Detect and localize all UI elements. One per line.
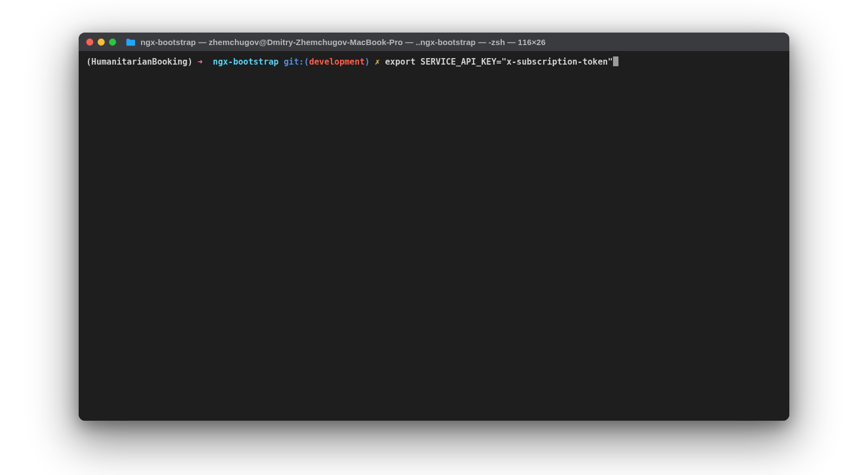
prompt-env-open: ( xyxy=(86,57,91,67)
prompt-paren-open: ( xyxy=(304,57,309,67)
minimize-icon[interactable] xyxy=(98,39,105,46)
prompt-env-name: HumanitarianBooking xyxy=(91,57,187,67)
window-title: ngx-bootstrap — zhemchugov@Dmitry-Zhemch… xyxy=(141,37,546,47)
terminal-body[interactable]: (HumanitarianBooking) ➜ ngx-bootstrap gi… xyxy=(79,51,789,421)
folder-icon xyxy=(126,38,136,46)
traffic-lights xyxy=(86,39,116,46)
prompt-arrow-icon: ➜ xyxy=(197,57,202,67)
prompt-env-close: ) xyxy=(188,57,193,67)
titlebar[interactable]: ngx-bootstrap — zhemchugov@Dmitry-Zhemch… xyxy=(79,33,789,51)
prompt-branch: development xyxy=(309,57,365,67)
command-text: export SERVICE_API_KEY="x-subscription-t… xyxy=(385,57,613,67)
cursor-icon xyxy=(613,56,618,66)
close-icon[interactable] xyxy=(86,39,93,46)
prompt-dirty-icon: ✗ xyxy=(375,57,380,67)
prompt-directory: ngx-bootstrap xyxy=(213,57,278,67)
prompt-git-label: git: xyxy=(284,57,304,67)
terminal-window: ngx-bootstrap — zhemchugov@Dmitry-Zhemch… xyxy=(79,33,789,421)
maximize-icon[interactable] xyxy=(109,39,116,46)
prompt-paren-close: ) xyxy=(365,57,369,67)
